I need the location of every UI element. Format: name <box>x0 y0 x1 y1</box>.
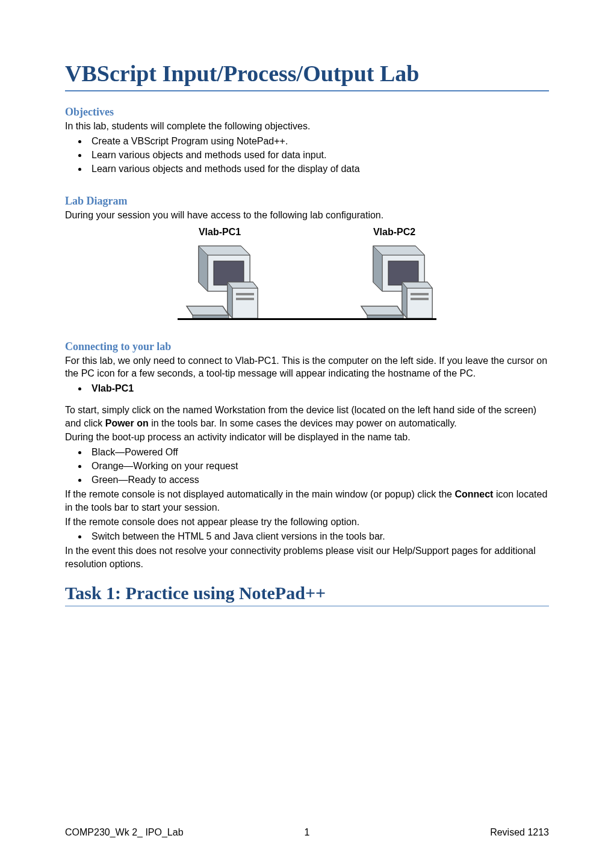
objectives-list: Create a VBScript Program using NotePad+… <box>88 134 549 176</box>
status-list: Black—Powered Off Orange—Working on your… <box>88 445 549 487</box>
footer-page-number: 1 <box>305 827 310 838</box>
lab-diagram-intro: During your session you will have access… <box>65 209 549 222</box>
list-item: Switch between the HTML 5 and Java clien… <box>88 529 549 543</box>
connecting-p5: If the remote console does not appear pl… <box>65 516 549 529</box>
list-item: Green—Ready to access <box>88 473 549 487</box>
svg-rect-4 <box>411 293 429 295</box>
svg-rect-2 <box>236 298 254 300</box>
svg-rect-1 <box>236 293 254 295</box>
footer-left: COMP230_Wk 2_ IPO_Lab <box>65 827 184 838</box>
text: in the tools bar. In some cases the devi… <box>149 418 457 428</box>
connect-label: Connect <box>454 489 493 499</box>
list-item: Learn various objects and methods used f… <box>88 162 549 176</box>
network-line <box>178 318 436 320</box>
objectives-intro: In this lab, students will complete the … <box>65 120 549 133</box>
connecting-p2: To start, simply click on the named Work… <box>65 404 549 429</box>
computer-icon <box>355 240 433 330</box>
option-list: Switch between the HTML 5 and Java clien… <box>88 529 549 543</box>
document-title: VBScript Input/Process/Output Lab <box>65 60 549 91</box>
power-on-label: Power on <box>105 418 149 428</box>
objectives-heading: Objectives <box>65 106 549 119</box>
connecting-p3: During the boot-up process an activity i… <box>65 431 549 444</box>
connecting-heading: Connecting to your lab <box>65 340 549 353</box>
footer-right: Revised 1213 <box>490 827 549 838</box>
text: If the remote console is not displayed a… <box>65 489 454 499</box>
list-item: Learn various objects and methods used f… <box>88 148 549 162</box>
task1-heading: Task 1: Practice using NotePad++ <box>65 583 549 606</box>
pc2-label: Vlab-PC2 <box>373 227 415 238</box>
page-footer: COMP230_Wk 2_ IPO_Lab 1 Revised 1213 <box>65 827 549 838</box>
list-item: Create a VBScript Program using NotePad+… <box>88 134 549 148</box>
svg-rect-3 <box>388 261 418 285</box>
svg-rect-0 <box>214 261 244 285</box>
list-item: Vlab-PC1 <box>88 381 549 395</box>
list-item: Black—Powered Off <box>88 445 549 459</box>
connecting-p4: If the remote console is not displayed a… <box>65 488 549 514</box>
lab-diagram: Vlab-PC1 <box>65 227 549 321</box>
device-list: Vlab-PC1 <box>88 381 549 395</box>
list-item: Orange—Working on your request <box>88 459 549 473</box>
connecting-p1: For this lab, we only need to connect to… <box>65 354 549 380</box>
lab-diagram-heading: Lab Diagram <box>65 195 549 208</box>
computer-icon <box>181 240 259 330</box>
svg-rect-5 <box>411 298 429 300</box>
pc1-label: Vlab-PC1 <box>199 227 241 238</box>
connecting-p6: In the event this does not resolve your … <box>65 544 549 570</box>
